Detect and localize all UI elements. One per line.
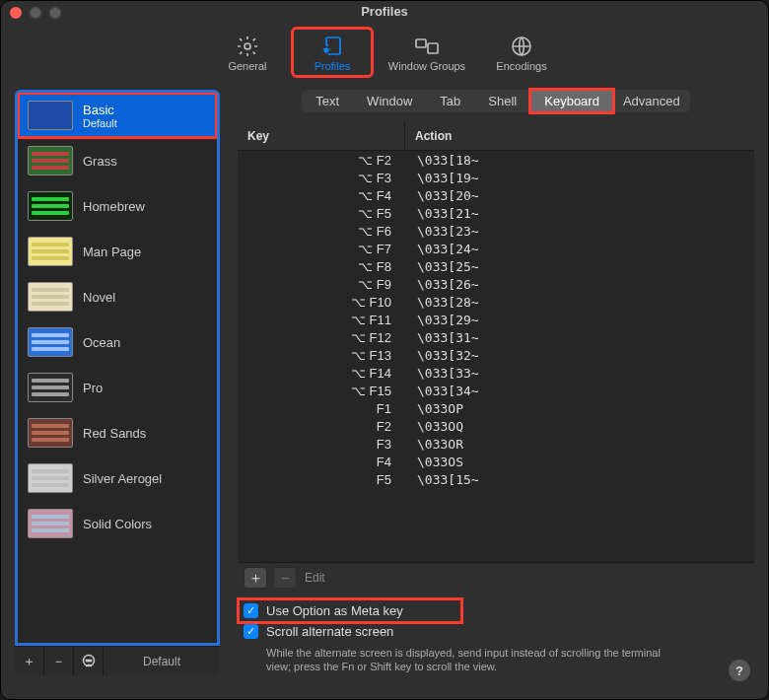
profile-item-grass[interactable]: Grass xyxy=(18,138,217,183)
profiles-icon xyxy=(316,33,348,60)
cell-key: ⌥ F3 xyxy=(238,171,405,185)
zoom-window-button[interactable] xyxy=(49,7,61,19)
profile-name-label: Novel xyxy=(83,290,115,305)
table-row[interactable]: ⌥ F4\033[20~ xyxy=(238,186,754,204)
svg-point-0 xyxy=(245,43,250,49)
profile-item-pro[interactable]: Pro xyxy=(18,365,217,410)
table-row[interactable]: ⌥ F6\033[23~ xyxy=(238,222,754,240)
table-row[interactable]: F1\033OP xyxy=(238,399,754,417)
table-row[interactable]: ⌥ F14\033[33~ xyxy=(238,364,754,382)
add-binding-button[interactable]: ＋ xyxy=(244,567,267,589)
table-row[interactable]: ⌥ F11\033[29~ xyxy=(238,311,754,328)
profile-thumbnail xyxy=(28,237,73,266)
window-groups-icon xyxy=(411,33,443,60)
svg-point-1 xyxy=(324,48,329,53)
cell-key: ⌥ F7 xyxy=(238,242,405,256)
edit-binding-button[interactable]: Edit xyxy=(305,571,325,585)
table-row[interactable]: ⌥ F9\033[26~ xyxy=(238,275,754,293)
option-meta-row[interactable]: ✓ Use Option as Meta key xyxy=(240,600,460,621)
profile-name-label: Man Page xyxy=(83,245,141,259)
table-row[interactable]: ⌥ F12\033[31~ xyxy=(238,328,754,346)
cell-action: \033[28~ xyxy=(405,295,754,310)
cell-key: F2 xyxy=(238,419,405,434)
toolbar-general-label: General xyxy=(228,60,266,72)
profile-thumbnail xyxy=(28,146,73,175)
profile-thumbnail xyxy=(28,509,73,538)
tab-text[interactable]: Text xyxy=(302,90,353,112)
profiles-sidebar: BasicDefaultGrassHomebrewMan PageNovelOc… xyxy=(15,90,220,675)
cell-action: \033OP xyxy=(405,401,754,416)
cell-action: \033[24~ xyxy=(405,242,754,256)
cell-key: F5 xyxy=(238,472,405,487)
table-row[interactable]: ⌥ F3\033[19~ xyxy=(238,169,754,186)
cell-key: F4 xyxy=(238,455,405,469)
profile-thumbnail xyxy=(28,101,73,130)
table-row[interactable]: ⌥ F8\033[25~ xyxy=(238,257,754,275)
toolbar-profiles[interactable]: Profiles xyxy=(293,29,372,76)
table-row[interactable]: ⌥ F10\033[28~ xyxy=(238,293,754,311)
table-row[interactable]: ⌥ F5\033[21~ xyxy=(238,204,754,222)
svg-rect-2 xyxy=(416,39,426,47)
cell-action: \033[31~ xyxy=(405,330,754,345)
profile-item-man-page[interactable]: Man Page xyxy=(18,229,217,274)
profile-name-label: Ocean xyxy=(83,335,120,350)
profile-actions-menu[interactable] xyxy=(74,647,104,676)
cell-key: ⌥ F9 xyxy=(238,277,405,292)
cell-action: \033[23~ xyxy=(405,224,754,239)
tab-advanced[interactable]: Advanced xyxy=(613,90,690,112)
profile-item-basic[interactable]: BasicDefault xyxy=(18,93,217,138)
profile-item-homebrew[interactable]: Homebrew xyxy=(18,183,217,229)
minimize-window-button[interactable] xyxy=(30,7,41,19)
profile-item-ocean[interactable]: Ocean xyxy=(18,319,217,365)
table-body[interactable]: ⌥ F2\033[18~⌥ F3\033[19~⌥ F4\033[20~⌥ F5… xyxy=(238,151,754,562)
table-row[interactable]: F5\033[15~ xyxy=(238,470,754,488)
close-window-button[interactable] xyxy=(10,7,22,19)
cell-key: ⌥ F8 xyxy=(238,259,405,274)
profile-name-label: Pro xyxy=(83,381,103,395)
profile-item-red-sands[interactable]: Red Sands xyxy=(18,410,217,455)
profile-list[interactable]: BasicDefaultGrassHomebrewMan PageNovelOc… xyxy=(15,90,220,646)
tab-window[interactable]: Window xyxy=(353,90,426,112)
profile-item-silver-aerogel[interactable]: Silver Aerogel xyxy=(18,455,217,501)
profile-thumbnail xyxy=(28,373,73,402)
toolbar-window-groups[interactable]: Window Groups xyxy=(378,29,476,76)
titlebar: Profiles xyxy=(1,1,768,23)
column-header-action[interactable]: Action xyxy=(405,122,754,150)
table-row[interactable]: ⌥ F15\033[34~ xyxy=(238,382,754,399)
cell-key: ⌥ F11 xyxy=(238,313,405,327)
cell-key: F1 xyxy=(238,401,405,416)
tab-keyboard[interactable]: Keyboard xyxy=(530,90,613,112)
cell-action: \033[15~ xyxy=(405,472,754,487)
cell-action: \033[32~ xyxy=(405,348,754,363)
settings-tabbar: TextWindowTabShellKeyboardAdvanced xyxy=(238,90,754,112)
cell-action: \033[34~ xyxy=(405,384,754,398)
table-row[interactable]: ⌥ F7\033[24~ xyxy=(238,240,754,257)
cell-key: ⌥ F15 xyxy=(238,384,405,398)
scroll-hint-text: While the alternate screen is displayed,… xyxy=(240,642,664,673)
column-header-key[interactable]: Key xyxy=(238,122,405,150)
toolbar-encodings[interactable]: Encodings xyxy=(482,29,561,76)
set-default-button[interactable]: Default xyxy=(104,655,220,668)
tab-shell[interactable]: Shell xyxy=(474,90,530,112)
table-header: Key Action xyxy=(238,122,754,151)
table-row[interactable]: F3\033OR xyxy=(238,435,754,453)
scroll-alternate-row[interactable]: ✓ Scroll alternate screen xyxy=(240,621,752,642)
profile-subtitle: Default xyxy=(83,117,117,129)
add-profile-button[interactable]: ＋ xyxy=(15,647,44,676)
profile-thumbnail xyxy=(28,191,73,221)
remove-binding-button[interactable]: － xyxy=(273,567,297,589)
toolbar-general[interactable]: General xyxy=(208,29,287,76)
cell-action: \033[26~ xyxy=(405,277,754,292)
remove-profile-button[interactable]: － xyxy=(44,647,74,676)
profile-item-solid-colors[interactable]: Solid Colors xyxy=(18,501,217,546)
profile-item-novel[interactable]: Novel xyxy=(18,274,217,319)
help-button[interactable]: ? xyxy=(729,660,750,681)
table-row[interactable]: ⌥ F13\033[32~ xyxy=(238,346,754,364)
profile-name-label: Grass xyxy=(83,154,117,169)
table-row[interactable]: F4\033OS xyxy=(238,453,754,470)
tab-tab[interactable]: Tab xyxy=(426,90,474,112)
table-row[interactable]: F2\033OQ xyxy=(238,417,754,435)
cell-key: ⌥ F6 xyxy=(238,224,405,239)
table-row[interactable]: ⌥ F2\033[18~ xyxy=(238,151,754,169)
cell-key: ⌥ F10 xyxy=(238,295,405,310)
